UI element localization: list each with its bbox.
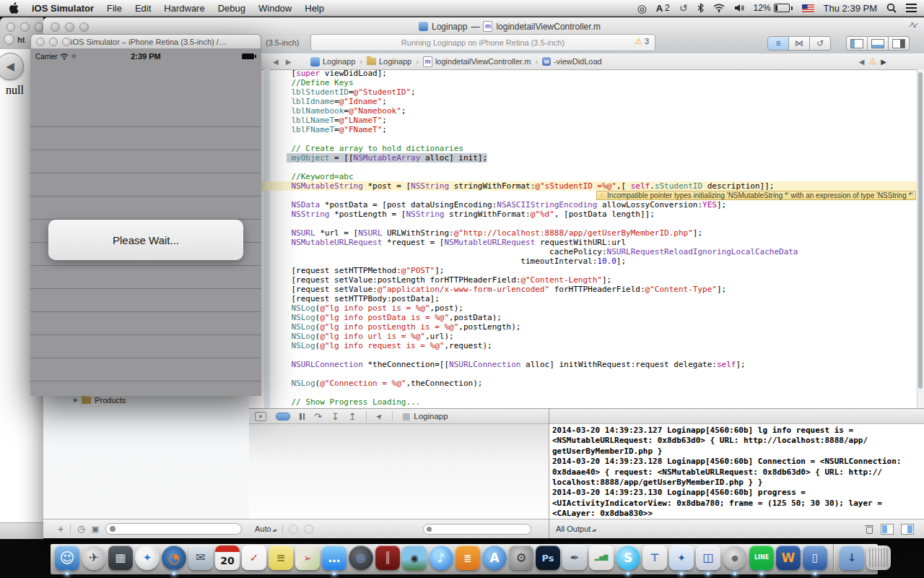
code-line[interactable]: NSLog(@"lg info postLength is = %@",post… — [249, 322, 917, 332]
browser-window-controls[interactable] — [0, 17, 43, 32]
code-line[interactable]: NSURLConnection *theConnection=[[NSURLCo… — [249, 360, 917, 369]
code-line[interactable]: NSMutableURLRequest *request = [NSMutabl… — [249, 238, 917, 247]
code-line[interactable]: NSData *postData = [post dataUsingEncodi… — [249, 200, 917, 210]
code-line[interactable]: // Create array to hold dictionaries — [249, 144, 917, 153]
fullscreen-icon[interactable]: ↗↙ — [908, 20, 917, 30]
warning-count-badge[interactable]: ⚠ 3 — [635, 37, 649, 46]
simulator-title-bar[interactable]: iOS Simulator – iPhone Retina (3.5-inch)… — [30, 34, 261, 49]
code-line[interactable]: [request setHTTPMethod:@"POST"]; — [249, 266, 917, 275]
dock-reminders[interactable]: ✓ — [242, 545, 266, 570]
toggle-debug-area-button[interactable] — [868, 36, 889, 51]
close-button[interactable] — [36, 38, 45, 46]
version-editor-button[interactable]: ↺ — [810, 36, 831, 51]
dock-messages[interactable]: … — [322, 545, 346, 570]
code-line[interactable]: [super viewDidLoad]; — [249, 69, 917, 78]
warning-annotation[interactable]: ⚠Incompatible pointer types initializing… — [596, 191, 916, 200]
bluetooth-icon[interactable] — [697, 3, 704, 13]
step-into-icon[interactable]: ↧ — [331, 412, 339, 421]
code-line[interactable]: lblStudentID=@"StudentID"; — [249, 87, 917, 97]
volume-icon[interactable] — [734, 4, 744, 12]
code-line[interactable]: lblFNameT=@"FNameT"; — [249, 125, 917, 134]
dock-photoshop[interactable]: Ps — [536, 545, 560, 570]
variables-scope-popup[interactable]: Auto▴▾ — [255, 525, 276, 533]
dock-firefox[interactable]: ◔ — [162, 545, 186, 570]
menu-app-name[interactable]: iOS Simulator — [32, 3, 94, 14]
dock-xcode[interactable]: ✦ — [669, 545, 694, 570]
code-line[interactable] — [249, 219, 917, 228]
code-line[interactable]: NSMutableString *post = [NSString string… — [249, 181, 917, 191]
previous-issue-icon[interactable]: ◀ — [859, 58, 865, 66]
code-line[interactable]: lblNamebook=@"Namebook"; — [249, 106, 917, 116]
creative-cloud-icon[interactable]: ◎ — [637, 3, 647, 14]
battery-status[interactable]: 12% — [754, 3, 793, 13]
breakpoints-toggle[interactable] — [276, 413, 290, 420]
scm-status-icon[interactable]: ▣ — [92, 525, 99, 534]
browser-tab[interactable]: ht — [0, 34, 25, 45]
code-line[interactable] — [249, 134, 917, 144]
spotlight-icon[interactable] — [886, 3, 897, 13]
step-out-icon[interactable]: ↥ — [349, 412, 357, 421]
breadcrumb-file[interactable]: mlogindetailViewController.m — [423, 56, 531, 67]
code-line[interactable]: [request setValue:@"application/x-www-fo… — [249, 285, 917, 294]
menu-item-edit[interactable]: Edit — [135, 3, 151, 14]
code-line[interactable]: NSString *postLength = [NSString stringW… — [249, 210, 917, 219]
code-line[interactable]: NSURL *url = [NSURL URLWithString:@"http… — [249, 228, 917, 238]
code-line[interactable]: NSLog(@"lg info request is = %@",request… — [249, 341, 917, 350]
breadcrumb-method[interactable]: M-viewDidLoad — [542, 57, 602, 66]
step-over-icon[interactable]: ↷ — [314, 412, 322, 421]
adobe-status-icon[interactable]: A2 — [656, 3, 670, 14]
code-line[interactable] — [249, 369, 917, 379]
flag-icon[interactable] — [289, 525, 298, 534]
dock-mail[interactable]: ✉ — [188, 545, 213, 570]
dock-stickies[interactable]: ≡ — [269, 545, 293, 570]
minimize-button[interactable] — [49, 38, 58, 46]
minimize-button[interactable] — [65, 22, 74, 32]
code-line[interactable]: NSLog(@"lg info url is = %@",url); — [249, 332, 917, 341]
hide-debug-area-icon[interactable]: ▼ — [255, 412, 266, 421]
code-line[interactable]: timeoutInterval:10.0]; — [249, 256, 917, 266]
add-button[interactable]: + — [58, 523, 64, 535]
code-line[interactable]: lblLNameT=@"LNameT"; — [249, 116, 917, 125]
toggle-navigator-button[interactable] — [846, 36, 868, 51]
simulator-screen[interactable]: 2:39 PM Carrier ✱ Please Wait... — [30, 49, 261, 396]
variables-view[interactable] — [249, 424, 549, 519]
dock-mission-control[interactable]: ▦ — [108, 545, 133, 570]
dock-skype[interactable]: S — [616, 545, 640, 570]
menu-item-hardware[interactable]: Hardware — [164, 3, 204, 14]
code-line[interactable]: [request setValue:postLength forHTTPHead… — [249, 275, 917, 285]
zoom-button[interactable] — [62, 38, 71, 46]
simulator-window-controls[interactable] — [31, 38, 71, 46]
menu-item-help[interactable]: Help — [305, 3, 324, 14]
toggle-utilities-button[interactable] — [889, 36, 910, 51]
dock-facetime-camera[interactable]: ◎ — [349, 545, 373, 570]
console-scope-popup[interactable]: All Output▴▾ — [556, 525, 596, 533]
zoom-button[interactable] — [35, 22, 43, 32]
time-machine-icon[interactable]: ↺ — [679, 3, 688, 13]
console-output[interactable]: 2014-03-20 14:39:23.127 Loginapp[4560:60… — [552, 426, 917, 518]
menu-item-debug[interactable]: Debug — [218, 3, 245, 14]
pause-icon[interactable] — [300, 413, 305, 420]
code-line[interactable]: //Define Keys — [249, 78, 917, 87]
dock-finder[interactable]: ☺ — [55, 545, 79, 570]
code-line[interactable]: // Show Progress Loading... — [249, 397, 917, 407]
notification-center-icon[interactable] — [906, 4, 917, 13]
variables-filter-field[interactable] — [423, 524, 531, 535]
zoom-button[interactable] — [79, 22, 89, 32]
code-line[interactable]: [request setHTTPBody:postData]; — [249, 294, 917, 303]
dock-pages[interactable]: ✒ — [562, 545, 587, 570]
input-language-flag-icon[interactable] — [802, 4, 814, 12]
clear-console-icon[interactable] — [865, 525, 873, 534]
close-button[interactable] — [51, 22, 60, 32]
editor-scrollbar-thumb[interactable] — [918, 72, 923, 389]
code-line[interactable]: ⚠Incompatible pointer types initializing… — [249, 191, 917, 200]
simulate-location-icon[interactable]: ➤ — [373, 410, 385, 422]
back-icon[interactable]: ◀ — [273, 58, 279, 66]
dock-launchpad[interactable]: ✈ — [82, 545, 106, 570]
wifi-icon[interactable] — [713, 4, 725, 12]
dock-trash[interactable] — [866, 545, 891, 570]
dock-keynote[interactable]: ⊤ — [642, 545, 667, 570]
show-variables-pane-button[interactable] — [881, 524, 894, 535]
disclosure-triangle-icon[interactable]: ▶ — [74, 397, 78, 403]
dock-safari[interactable]: ✦ — [135, 545, 160, 570]
dock-word[interactable]: W — [776, 545, 801, 570]
